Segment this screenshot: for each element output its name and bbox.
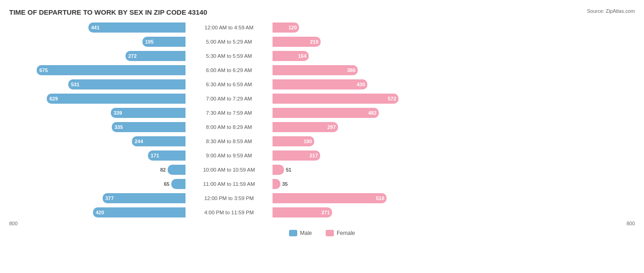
female-bar: 482: [273, 108, 379, 118]
left-bar-row: 244: [9, 134, 186, 148]
chart-container: TIME OF DEPARTURE TO WORK BY SEX IN ZIP …: [0, 0, 644, 273]
male-bar: 244: [132, 136, 186, 146]
center-label-cell: 5:00 AM to 5:29 AM: [186, 35, 273, 48]
center-label-cell: 8:00 AM to 8:29 AM: [186, 120, 273, 134]
center-label-cell: 7:00 AM to 7:29 AM: [186, 92, 273, 105]
female-value: 190: [304, 139, 312, 144]
left-bars-column: 4411952726755316293393352441718265377420: [9, 21, 186, 219]
left-bar-row: 531: [9, 78, 186, 91]
right-bar-row: 120: [273, 21, 449, 34]
center-label-cell: 5:30 AM to 5:59 AM: [186, 49, 273, 62]
left-bar-row: 629: [9, 92, 186, 105]
left-bar-row: 441: [9, 21, 186, 34]
right-bar-row: 164: [273, 49, 449, 62]
right-bar-row: 482: [273, 106, 449, 119]
male-value: 65: [164, 181, 169, 187]
left-bar-row: 420: [9, 206, 186, 219]
female-value: 164: [298, 53, 306, 59]
center-label-cell: 12:00 AM to 4:59 AM: [186, 21, 273, 34]
female-value: 430: [357, 82, 365, 87]
axis-max: 800: [627, 221, 635, 226]
male-bar: 339: [111, 108, 186, 118]
male-value: 244: [132, 139, 143, 144]
female-value: 572: [388, 96, 396, 101]
male-bar: 531: [68, 79, 186, 89]
legend-female-label: Female: [337, 230, 355, 236]
female-value: 120: [289, 25, 297, 30]
male-value: 377: [103, 195, 114, 201]
right-bar-row: 190: [273, 134, 449, 148]
female-bar: 164: [273, 51, 309, 61]
center-label-cell: 10:00 AM to 10:59 AM: [186, 163, 273, 176]
chart-body: 4411952726755316293393352441718265377420…: [9, 21, 635, 219]
male-bar: 272: [126, 51, 186, 61]
center-label-cell: 12:00 PM to 3:59 PM: [186, 191, 273, 205]
left-bar-row: 335: [9, 120, 186, 134]
female-bar: [273, 165, 284, 175]
male-value: 675: [37, 67, 48, 73]
female-bar: 572: [273, 94, 398, 104]
male-value: 272: [126, 53, 136, 59]
male-value: 335: [112, 124, 123, 130]
male-bar: 675: [37, 65, 186, 75]
source-label: Source: ZipAtlas.com: [587, 8, 635, 14]
male-bar: 335: [112, 122, 186, 132]
left-bar-row: 339: [9, 106, 186, 119]
center-label-cell: 9:00 AM to 9:59 AM: [186, 149, 273, 162]
female-bar: 430: [273, 79, 367, 89]
male-value: 629: [47, 96, 58, 101]
female-value: 271: [322, 210, 330, 215]
female-value: 386: [347, 67, 355, 73]
male-bar: 377: [103, 193, 186, 203]
female-bar: 219: [273, 37, 321, 47]
center-label-cell: 6:30 AM to 6:59 AM: [186, 78, 273, 91]
male-value: 339: [111, 110, 122, 116]
center-label-cell: 8:30 AM to 8:59 AM: [186, 134, 273, 148]
legend-male-label: Male: [300, 230, 312, 236]
male-bar: 629: [47, 94, 186, 104]
female-value: 297: [327, 124, 336, 130]
male-value: 420: [93, 210, 104, 215]
male-bar: [171, 179, 186, 189]
female-bar: 217: [273, 150, 320, 161]
male-value: 195: [142, 39, 153, 45]
female-bar: [273, 179, 280, 189]
left-bar-row: 675: [9, 63, 186, 77]
female-value: 482: [368, 110, 377, 116]
legend-female: Female: [326, 230, 355, 236]
female-bar: 518: [273, 193, 387, 203]
male-value: 531: [68, 82, 79, 87]
legend-male-box: [289, 230, 297, 236]
center-label-cell: 11:00 AM to 11:59 AM: [186, 177, 273, 190]
right-bar-row: 35: [273, 177, 449, 190]
center-label-cell: 7:30 AM to 7:59 AM: [186, 106, 273, 119]
center-label-cell: 6:00 AM to 6:29 AM: [186, 63, 273, 77]
female-bar: 297: [273, 122, 338, 132]
female-bar: 120: [273, 22, 299, 33]
legend-female-box: [326, 230, 334, 236]
right-bar-row: 271: [273, 206, 449, 219]
left-bar-row: 272: [9, 49, 186, 62]
left-bar-row: 195: [9, 35, 186, 48]
male-bar: 195: [142, 37, 186, 47]
male-bar: 171: [148, 150, 186, 161]
male-bar: 420: [93, 207, 186, 217]
right-bar-row: 518: [273, 191, 449, 205]
male-bar: 441: [88, 22, 186, 33]
female-value: 217: [310, 153, 318, 158]
center-labels-column: 12:00 AM to 4:59 AM5:00 AM to 5:29 AM5:3…: [186, 21, 273, 219]
right-bar-row: 297: [273, 120, 449, 134]
left-bar-row: 377: [9, 191, 186, 205]
left-bar-row: 82: [9, 163, 186, 176]
right-bar-row: 51: [273, 163, 449, 176]
right-bar-row: 430: [273, 78, 449, 91]
male-value: 82: [160, 167, 166, 173]
legend-male: Male: [289, 230, 312, 236]
female-value: 35: [282, 181, 288, 187]
female-bar: 271: [273, 207, 332, 217]
center-label-cell: 4:00 PM to 11:59 PM: [186, 206, 273, 219]
right-bars-column: 1202191643864305724822971902175135518271: [273, 21, 449, 219]
female-bar: 190: [273, 136, 314, 146]
legend: Male Female: [9, 230, 635, 236]
axis-bottom: 800 800: [9, 221, 635, 226]
